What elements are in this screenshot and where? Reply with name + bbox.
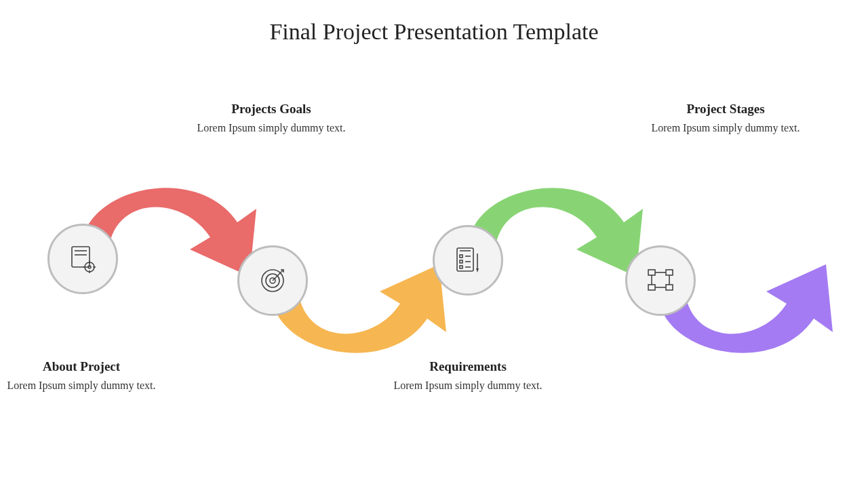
- caption-stages: Project Stages Lorem Ipsum simply dummy …: [651, 102, 800, 136]
- node-about: [47, 224, 118, 294]
- caption-body: Lorem Ipsum simply dummy text.: [393, 378, 542, 393]
- svg-rect-25: [666, 270, 673, 275]
- node-stages: [625, 245, 696, 316]
- target-icon: [256, 264, 289, 297]
- caption-body: Lorem Ipsum simply dummy text.: [7, 378, 156, 393]
- caption-heading: Projects Goals: [197, 102, 346, 117]
- svg-rect-19: [460, 266, 462, 268]
- checklist-icon: [452, 244, 484, 277]
- caption-requirements: Requirements Lorem Ipsum simply dummy te…: [393, 359, 542, 393]
- caption-heading: About Project: [7, 359, 156, 374]
- node-requirements: [433, 225, 503, 296]
- caption-heading: Project Stages: [651, 102, 800, 117]
- caption-goals: Projects Goals Lorem Ipsum simply dummy …: [197, 102, 346, 136]
- caption-about: About Project Lorem Ipsum simply dummy t…: [7, 359, 156, 393]
- diagram-stage: About Project Lorem Ipsum simply dummy t…: [0, 0, 868, 488]
- svg-rect-23: [648, 270, 655, 275]
- doc-gear-icon: [66, 243, 99, 275]
- svg-marker-22: [476, 268, 479, 272]
- caption-body: Lorem Ipsum simply dummy text.: [197, 121, 346, 136]
- svg-rect-0: [72, 247, 90, 267]
- node-goals: [237, 245, 308, 316]
- svg-rect-17: [460, 260, 462, 263]
- caption-heading: Requirements: [393, 359, 542, 374]
- svg-rect-24: [648, 285, 655, 290]
- svg-rect-15: [460, 255, 462, 258]
- caption-body: Lorem Ipsum simply dummy text.: [651, 121, 800, 136]
- svg-rect-26: [666, 285, 673, 290]
- workflow-icon: [644, 264, 677, 297]
